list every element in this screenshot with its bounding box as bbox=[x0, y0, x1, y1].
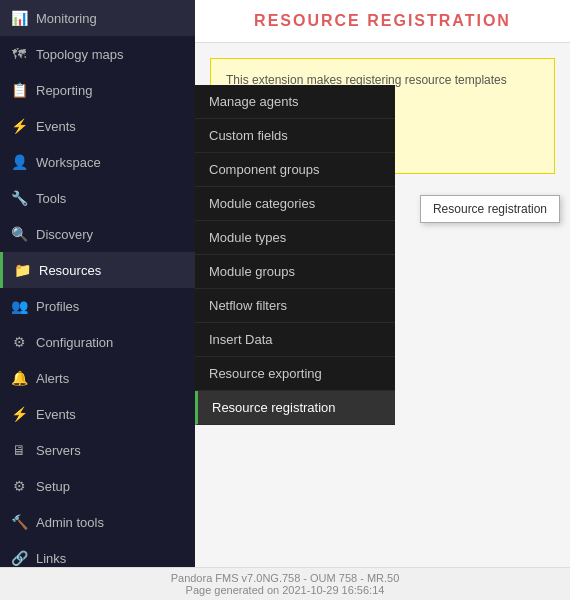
sidebar-icon-events: ⚡ bbox=[10, 117, 28, 135]
sidebar-label-reporting: Reporting bbox=[36, 83, 92, 98]
sidebar-label-topology-maps: Topology maps bbox=[36, 47, 123, 62]
sidebar-icon-discovery: 🔍 bbox=[10, 225, 28, 243]
sidebar-label-servers: Servers bbox=[36, 443, 81, 458]
sidebar-icon-topology-maps: 🗺 bbox=[10, 45, 28, 63]
sidebar-label-profiles: Profiles bbox=[36, 299, 79, 314]
sidebar-label-tools: Tools bbox=[36, 191, 66, 206]
page-title-red: ION bbox=[476, 12, 510, 29]
submenu-item-module-categories[interactable]: Module categories bbox=[195, 187, 395, 221]
sidebar-label-configuration: Configuration bbox=[36, 335, 113, 350]
sidebar-item-resources[interactable]: 📁 Resources bbox=[0, 252, 195, 288]
sidebar-label-links: Links bbox=[36, 551, 66, 566]
sidebar-label-events: Events bbox=[36, 119, 76, 134]
footer: Pandora FMS v7.0NG.758 - OUM 758 - MR.50… bbox=[0, 567, 570, 600]
submenu-item-netflow-filters[interactable]: Netflow filters bbox=[195, 289, 395, 323]
sidebar-item-alerts[interactable]: 🔔 Alerts bbox=[0, 360, 195, 396]
sidebar-label-alerts: Alerts bbox=[36, 371, 69, 386]
sidebar-icon-links: 🔗 bbox=[10, 549, 28, 567]
sidebar-item-events[interactable]: ⚡ Events bbox=[0, 108, 195, 144]
tooltip-box: Resource registration bbox=[420, 195, 560, 223]
page-title: RESOURCE REGISTRATION bbox=[195, 0, 570, 43]
sidebar-icon-tools: 🔧 bbox=[10, 189, 28, 207]
sidebar-label-events2: Events bbox=[36, 407, 76, 422]
submenu: Manage agentsCustom fieldsComponent grou… bbox=[195, 85, 395, 425]
sidebar-label-monitoring: Monitoring bbox=[36, 11, 97, 26]
sidebar-item-setup[interactable]: ⚙ Setup bbox=[0, 468, 195, 504]
sidebar-icon-configuration: ⚙ bbox=[10, 333, 28, 351]
footer-line2: Page generated on 2021-10-29 16:56:14 bbox=[0, 584, 570, 596]
sidebar-item-discovery[interactable]: 🔍 Discovery bbox=[0, 216, 195, 252]
sidebar-icon-monitoring: 📊 bbox=[10, 9, 28, 27]
submenu-item-resource-exporting[interactable]: Resource exporting bbox=[195, 357, 395, 391]
sidebar-item-links[interactable]: 🔗 Links bbox=[0, 540, 195, 567]
sidebar-icon-profiles: 👥 bbox=[10, 297, 28, 315]
sidebar-item-admin-tools[interactable]: 🔨 Admin tools bbox=[0, 504, 195, 540]
tooltip-text: Resource registration bbox=[433, 202, 547, 216]
sidebar-icon-admin-tools: 🔨 bbox=[10, 513, 28, 531]
page-title-black: RESOURCE REGISTRAT bbox=[254, 12, 476, 29]
sidebar-icon-setup: ⚙ bbox=[10, 477, 28, 495]
submenu-item-resource-registration[interactable]: Resource registration bbox=[195, 391, 395, 425]
sidebar-item-reporting[interactable]: 📋 Reporting bbox=[0, 72, 195, 108]
sidebar-icon-servers: 🖥 bbox=[10, 441, 28, 459]
submenu-item-module-types[interactable]: Module types bbox=[195, 221, 395, 255]
sidebar-item-configuration[interactable]: ⚙ Configuration bbox=[0, 324, 195, 360]
sidebar-label-setup: Setup bbox=[36, 479, 70, 494]
submenu-item-manage-agents[interactable]: Manage agents bbox=[195, 85, 395, 119]
submenu-item-custom-fields[interactable]: Custom fields bbox=[195, 119, 395, 153]
sidebar-label-resources: Resources bbox=[39, 263, 101, 278]
submenu-item-insert-data[interactable]: Insert Data bbox=[195, 323, 395, 357]
sidebar-label-admin-tools: Admin tools bbox=[36, 515, 104, 530]
sidebar-item-tools[interactable]: 🔧 Tools bbox=[0, 180, 195, 216]
sidebar-icon-resources: 📁 bbox=[13, 261, 31, 279]
sidebar-item-workspace[interactable]: 👤 Workspace bbox=[0, 144, 195, 180]
submenu-item-module-groups[interactable]: Module groups bbox=[195, 255, 395, 289]
sidebar-item-monitoring[interactable]: 📊 Monitoring bbox=[0, 0, 195, 36]
footer-line1: Pandora FMS v7.0NG.758 - OUM 758 - MR.50 bbox=[0, 572, 570, 584]
sidebar-icon-reporting: 📋 bbox=[10, 81, 28, 99]
sidebar-item-servers[interactable]: 🖥 Servers bbox=[0, 432, 195, 468]
sidebar-label-workspace: Workspace bbox=[36, 155, 101, 170]
sidebar-item-events2[interactable]: ⚡ Events bbox=[0, 396, 195, 432]
sidebar-icon-alerts: 🔔 bbox=[10, 369, 28, 387]
sidebar-item-topology-maps[interactable]: 🗺 Topology maps bbox=[0, 36, 195, 72]
sidebar: 📊 Monitoring 🗺 Topology maps 📋 Reporting… bbox=[0, 0, 195, 567]
sidebar-icon-events2: ⚡ bbox=[10, 405, 28, 423]
submenu-item-component-groups[interactable]: Component groups bbox=[195, 153, 395, 187]
sidebar-icon-workspace: 👤 bbox=[10, 153, 28, 171]
sidebar-label-discovery: Discovery bbox=[36, 227, 93, 242]
sidebar-item-profiles[interactable]: 👥 Profiles bbox=[0, 288, 195, 324]
